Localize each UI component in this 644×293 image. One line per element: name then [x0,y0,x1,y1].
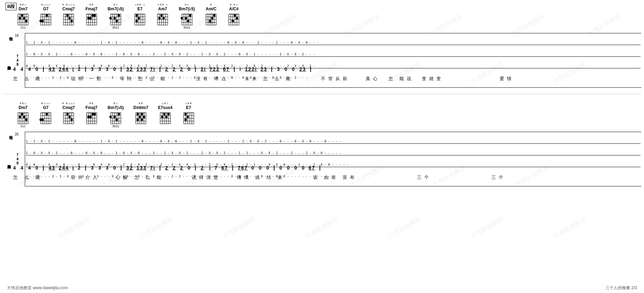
svg-point-100 [158,17,161,20]
n-3u2: 3 [126,66,130,72]
n-3u6: 3 [303,66,306,72]
n-3-4: 3 [277,66,280,72]
svg-point-40 [66,14,69,17]
chord-e7: ○×× ○ E7 [133,3,146,26]
svg-point-98 [160,14,163,17]
svg-point-228 [136,113,139,116]
svg-point-158 [25,119,28,121]
n-3-2: 3 [98,66,102,72]
bn-0-8: 0 [287,165,290,171]
svg-point-215 [113,116,116,118]
svg-point-141 [233,14,236,17]
bn-7u: 7 [150,165,154,171]
svg-point-84 [136,14,138,17]
n-iu2: i [153,66,155,72]
chord-cmaj7-name: Cmaj7 [62,7,75,11]
n-3-1: 3 [91,66,94,72]
svg-point-156 [19,116,21,118]
svg-point-170 [46,113,48,116]
bn-3u3: 3 [140,165,143,171]
chord-acsharp: × ×○ A/C# [227,3,240,26]
n-3u3: 3 [140,66,143,72]
n-2u10: 2 [260,66,264,72]
bn-0-2: 0 [113,165,117,171]
svg-point-213 [117,113,120,116]
svg-point-216 [115,119,118,121]
chord-cmaj7-b: × ×○○○ Cmaj7 [62,101,75,124]
lyrics-top: 怎 么 能 说明 一切 等待 怎 么 能 没有 终点 未来 怎 么 能 不管从前… [13,76,641,82]
notation-line-bottom: 4 4 4 0 | 43 244 i 2 | 3 3 [13,162,641,174]
bn-4-1: 4 [13,165,17,171]
bn-2u2: 2 [130,165,133,171]
bn-3-1: 3 [91,165,94,171]
tab-b-line-1: 1 - 1 - X - 1 - - - - - - 0 - - - - - - … [26,140,641,144]
bn-7u3: 7 [225,165,228,171]
watermark-29: 大伟吉他教室 [551,215,588,241]
svg-point-85 [138,17,140,20]
n-2u: 2 [59,66,62,72]
chord-bm7b5-b: ×○ Bm7(♭5) [108,101,124,128]
chord-bm7b5-b-grid [109,110,122,124]
n-i-1: i [239,66,241,72]
n-iu4: i [255,66,257,72]
n-2-1: 2 [78,66,81,72]
svg-point-155 [21,113,23,116]
chord-dm7: ××○ Dm7 [17,3,30,29]
n-7u3: 7 [226,66,230,72]
svg-point-232 [136,119,139,121]
svg-point-186 [71,119,73,121]
tab-a-label-b: A [17,157,24,161]
chord-fmaj7-grid [85,11,98,26]
bn-1u: 1 [136,165,140,171]
separator-line [3,94,641,94]
svg-point-201 [89,116,92,118]
chord-cmaj7-grid [62,11,75,26]
bn-0-3: 0 [188,165,191,171]
bbar1: | [43,165,45,171]
chord-bm7b5-2-grid [180,11,194,26]
n-2-dot: 2 [165,66,169,72]
bbar2: | [85,165,87,171]
bn-3-3: 3 [106,165,109,171]
chord-am7: ○×× ○ Am7 [156,3,169,26]
svg-point-246 [167,113,169,116]
svg-point-260 [184,113,187,116]
svg-point-112 [189,14,191,17]
bbar3: | [120,165,122,171]
n-2u8: 2 [248,66,252,72]
chord-dm7-xmarks: ××○ [20,3,27,7]
svg-point-69 [117,14,120,17]
bn-0-1: 0 [35,165,39,171]
bn-4u2: 4 [62,165,65,171]
tab-a-label: A [17,58,24,63]
chord-e7-b: ○×× E7 [182,101,195,124]
svg-point-56 [87,17,90,20]
svg-point-86 [136,20,138,22]
chord-acsharp-xmarks: × ×○ [230,3,238,7]
n-2u9: 2 [252,66,255,72]
chord-dm7-fingers: 211 [20,26,25,29]
n-2u6: 2 [213,66,216,72]
chord-fmaj7-xmarks: ×× [89,3,94,7]
bn-2u3: 2 [173,165,176,171]
n-iu3: i [204,66,206,72]
svg-point-233 [141,119,143,121]
chord-e7-xmarks: ○×× ○ [134,3,145,7]
svg-point-41 [69,17,71,20]
watermark-26: 大伟吉他教室 [303,215,340,241]
svg-point-171 [40,119,42,121]
watermark-28: 大伟吉他教室 [469,215,505,241]
bn-7u4: 7 [238,165,241,171]
chord-bm7b5-name: Bm7(♭5) [108,7,124,11]
svg-point-262 [184,119,187,121]
bar5: | [195,66,197,72]
bbar8: | [319,165,321,171]
svg-point-128 [211,17,213,20]
n-4-3: 4 [28,66,31,72]
bn-6u2: 6 [241,165,245,171]
chord-g7-name: G7 [43,7,49,11]
bn-7u6: 7 [312,165,315,171]
chord-dm7-name: Dm7 [19,7,28,11]
bn-4u3: 4 [65,165,69,171]
watermark-27: 大伟吉他教室 [386,215,423,241]
